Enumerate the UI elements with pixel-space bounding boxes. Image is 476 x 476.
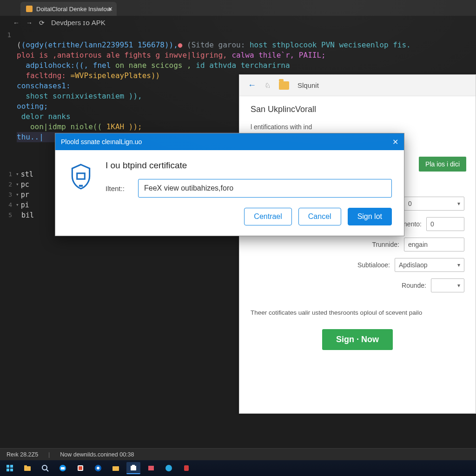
tab-title: DoitalCloral Denke Insiwlow — [36, 6, 111, 13]
sign-now-button[interactable]: Sign · Now — [322, 329, 393, 350]
outline-index: 5 — [0, 210, 12, 220]
word-icon[interactable] — [73, 462, 87, 474]
subtialooe-value: Apdislaop — [399, 261, 428, 269]
svg-rect-16 — [131, 466, 136, 470]
folder2-icon[interactable] — [109, 462, 123, 474]
browser-tabstrip: DoitalCloral Denke Insiwlow ✕ — [0, 0, 476, 16]
svg-rect-6 — [24, 466, 31, 471]
chevron-down-icon[interactable]: ▾ — [16, 179, 19, 190]
foul-input[interactable] — [426, 217, 464, 231]
panel-desc-line: l entifications with ind — [251, 123, 464, 132]
panel-header: ← ♘ Slqunit — [239, 75, 476, 96]
svg-rect-4 — [7, 469, 9, 471]
code-token: delor nanks — [17, 112, 71, 121]
subtialooe-label: Subtialooe: — [339, 261, 390, 269]
chevron-down-icon[interactable]: ▾ — [16, 169, 19, 179]
gutter: 1 — [0, 30, 14, 40]
outline-item[interactable]: 3▾pr — [0, 190, 34, 200]
svg-rect-17 — [132, 465, 135, 466]
status-bar: Reık 28.2Z5 | Now dewnilds.conined 00:38 — [0, 448, 476, 460]
svg-rect-20 — [184, 465, 189, 471]
back-icon[interactable]: ← — [13, 19, 20, 26]
edge-icon[interactable] — [91, 462, 105, 474]
svg-point-14 — [97, 467, 99, 469]
code-token: thu..| — [17, 132, 44, 141]
chevron-down-icon: ▾ — [457, 262, 460, 268]
certificate-dialog: Ploold ssnate cleınalLign.uo ✕ I ou btpi… — [55, 133, 404, 236]
panel-footnote: Theer cotificates ualir usted thesroonts… — [251, 309, 464, 316]
centrael-button[interactable]: Centrael — [244, 208, 291, 225]
svg-rect-1 — [79, 185, 83, 187]
outline-label: stl — [21, 169, 33, 179]
chevron-down-icon[interactable]: ▾ — [16, 200, 19, 210]
dialog-heading: I ou btpind certificate — [106, 160, 392, 171]
panel-user-icon[interactable]: ♘ — [264, 81, 271, 90]
code-token: calwa thile`r, PAIIL; — [231, 51, 325, 60]
code-token: host sthplocook PVN weciseenlop fis. — [250, 40, 411, 49]
tab-close-icon[interactable]: ✕ — [108, 6, 113, 13]
svg-rect-12 — [79, 466, 82, 470]
outline-item[interactable]: 2▾pc — [0, 179, 34, 190]
outline-index: 4 — [0, 200, 12, 210]
panel-header-label: Slqunit — [298, 81, 319, 89]
folder-icon[interactable] — [279, 81, 289, 90]
status-right: Now dewnilds.conined 00:38 — [60, 451, 134, 458]
svg-line-9 — [46, 469, 48, 471]
rounde-select[interactable]: ▾ — [431, 278, 464, 292]
browser-tab-active[interactable]: DoitalCloral Denke Insiwlow ✕ — [20, 2, 117, 16]
gutter-line: 1 — [0, 30, 11, 40]
svg-rect-5 — [10, 469, 13, 471]
svg-point-19 — [165, 465, 172, 471]
code-token: adpilohock:((, fnel — [17, 61, 115, 70]
code-token: (ogdy(etrithe/lann2239951 156678)), — [21, 40, 178, 49]
dialog-field-input[interactable] — [138, 179, 392, 198]
outline-label: pi — [21, 200, 29, 210]
photos-icon[interactable] — [144, 462, 158, 474]
panel-title: San UkplincVorall — [251, 105, 464, 114]
sign-button[interactable]: Sign lot — [348, 208, 392, 225]
svg-rect-15 — [112, 466, 119, 471]
defender-icon[interactable] — [179, 462, 193, 474]
refresh-icon[interactable]: ⟳ — [39, 19, 45, 26]
browser-toolbar: ← → ⟳ Devdpers ɪᴏ APK — [0, 16, 476, 30]
subtialooe-select[interactable]: Apdislaop ▾ — [395, 258, 464, 272]
panel-back-icon[interactable]: ← — [248, 80, 256, 90]
code-token: oon|idmp niole(( — [17, 122, 106, 131]
mail-icon[interactable] — [56, 462, 70, 474]
code-token: 1KAH )); — [106, 122, 142, 131]
outline-item[interactable]: 1▾stl — [0, 169, 34, 179]
dialog-button-row: Centrael Cancel Sign lot — [55, 206, 404, 236]
cancel-button[interactable]: Cancel — [298, 208, 341, 225]
panel-action-button[interactable]: Pla ios i dici — [419, 157, 466, 172]
outline-label: pc — [21, 179, 29, 190]
close-icon[interactable]: ✕ — [392, 138, 398, 146]
outline-item[interactable]: 4▾pi — [0, 200, 34, 210]
svg-rect-7 — [24, 465, 27, 467]
desktop: DoitalCloral Denke Insiwlow ✕ ← → ⟳ Devd… — [0, 0, 476, 476]
certificate-icon — [67, 163, 94, 190]
explorer-icon[interactable] — [20, 462, 34, 474]
dialog-titlebar[interactable]: Ploold ssnate cleınalLign.uo ✕ — [55, 133, 404, 150]
store-icon[interactable] — [126, 462, 140, 474]
chrome-icon[interactable] — [162, 462, 176, 474]
outline-label: bil — [21, 210, 34, 220]
chevron-down-icon[interactable]: ▾ — [16, 190, 19, 200]
code-token: facltdng: — [17, 71, 71, 80]
trunnide-input[interactable] — [404, 238, 464, 251]
chevron-down-icon: ▾ — [457, 200, 460, 207]
rounde-label: Rounde: — [375, 282, 426, 289]
code-token: ooting; — [17, 102, 48, 111]
code-token: conschases1: — [17, 81, 71, 90]
dialog-field-label: Iltent:: — [106, 185, 130, 192]
taskbar — [0, 460, 476, 476]
svg-rect-2 — [7, 465, 9, 468]
forward-icon[interactable]: → — [26, 19, 33, 26]
praite-select[interactable]: 0 ▾ — [404, 197, 464, 211]
code-token: ploi is ,anatiorous ale fights g inwve|l… — [17, 51, 231, 60]
svg-rect-18 — [148, 466, 154, 470]
start-icon[interactable] — [3, 462, 17, 474]
outline-item[interactable]: 5bil — [0, 210, 34, 220]
address-text[interactable]: Devdpers ɪᴏ APK — [51, 19, 106, 27]
search-icon[interactable] — [38, 462, 52, 474]
code-token: (Sitde garou: — [182, 40, 250, 49]
